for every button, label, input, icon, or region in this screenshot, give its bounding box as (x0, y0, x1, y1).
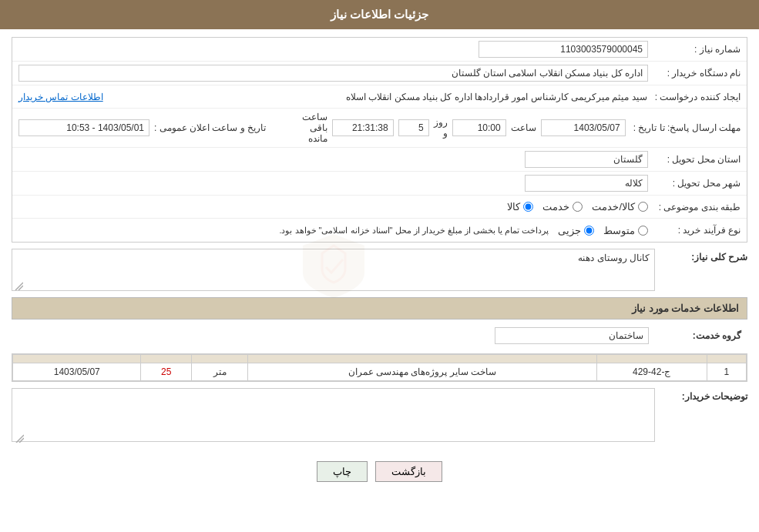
ostan-label: استان محل تحویل : (648, 154, 741, 165)
ijad-link[interactable]: اطلاعات تماس خریدار (18, 92, 103, 102)
tawsif-textarea[interactable] (12, 388, 655, 442)
ostan-value: گلستان (525, 151, 648, 168)
tabaqe-radio-group: کالا/خدمت خدمت کالا (507, 201, 648, 212)
col-code (596, 355, 707, 363)
rooz-label: روز و (434, 117, 448, 139)
nooe-radio-jozi[interactable] (584, 226, 594, 236)
sharh-label: شرح کلی نیاز: (655, 249, 747, 263)
table-cell: ج-42-429 (596, 363, 707, 381)
mohlat-row: مهلت ارسال پاسخ: تا تاریخ : 1403/05/07 س… (12, 109, 747, 148)
page-wrapper: جزئیات اطلاعات نیاز شماره نیاز : 1103003… (0, 0, 759, 532)
nooe-option-jozi[interactable]: جزیی (558, 225, 594, 236)
col-radif (707, 355, 746, 363)
tabaqe-row: طبقه بندی موضوعی : کالا/خدمت خدمت کالا (12, 196, 747, 219)
table-cell: 1403/05/07 (13, 363, 141, 381)
nooe-label: نوع فرآیند خرید : (648, 225, 741, 236)
tawsif-resize-handle[interactable] (13, 432, 24, 443)
ijad-row: ایجاد کننده درخواست : سید میثم میرکریمی … (12, 85, 747, 109)
nooe-radio-motawaset[interactable] (638, 226, 648, 236)
page-header: جزئیات اطلاعات نیاز (0, 0, 759, 29)
main-content: شماره نیاز : 1103003579000045 نام دستگاه… (0, 29, 759, 499)
nooe-radio-group: متوسط جزیی (558, 225, 648, 236)
main-form-section: شماره نیاز : 1103003579000045 نام دستگاه… (12, 37, 747, 243)
tabaqe-radio-kala[interactable] (523, 202, 533, 212)
tabaqe-radio-kala-khedmat[interactable] (638, 202, 648, 212)
saaat-label: ساعت (511, 122, 536, 133)
tawsif-label: توضیحات خریدار: (655, 388, 747, 402)
tarikh-value: 1403/05/07 (541, 119, 626, 136)
col-date (13, 355, 141, 363)
baqi-label: ساعت باقی مانده (302, 112, 327, 144)
tabaqe-option-kala-khedmat[interactable]: کالا/خدمت (592, 201, 648, 212)
services-table: 1ج-42-429ساخت سایر پروژه‌های مهندسی عمرا… (12, 354, 747, 381)
table-cell: متر (192, 363, 248, 381)
col-unit (192, 355, 248, 363)
shomara-niaz-value: 1103003579000045 (479, 41, 648, 58)
mohlat-inline: 1403/05/07 ساعت 10:00 روز و 5 21:31:38 س… (302, 112, 626, 144)
grohe-value: ساختمان (495, 327, 649, 344)
tabaqe-label: طبقه بندی موضوعی : (648, 202, 741, 212)
shahr-label: شهر محل تحویل : (648, 178, 741, 189)
col-count (141, 355, 192, 363)
tabaqe-radio-khedmat[interactable] (573, 202, 583, 212)
ijad-label: ایجاد کننده درخواست : (647, 92, 741, 102)
tabaqe-option-khedmat[interactable]: خدمت (542, 201, 583, 212)
grohe-row: گروه خدمت: ساختمان (12, 324, 747, 347)
table-cell: 1 (707, 363, 746, 381)
ijad-name: سید میثم میرکریمی کارشناس امور قراردادها… (109, 92, 647, 102)
table-cell: ساخت سایر پروژه‌های مهندسی عمران (248, 363, 596, 381)
saaat-value: 10:00 (452, 119, 506, 136)
table-cell: 25 (141, 363, 192, 381)
shahr-value: کلاله (525, 175, 648, 192)
shomara-niaz-label: شماره نیاز : (648, 44, 741, 55)
button-group: بازگشت چاپ (12, 452, 747, 491)
resize-icon (12, 279, 23, 290)
sharh-container: کانال روستای دهنه (12, 249, 655, 291)
tawsif-container (12, 388, 655, 444)
nooe-note: پرداخت تمام یا بخشی از مبلغ خریدار از مح… (279, 226, 549, 236)
tabaqe-option-kala[interactable]: کالا (507, 201, 533, 212)
resize-handle[interactable] (12, 279, 23, 290)
print-button[interactable]: چاپ (317, 461, 368, 482)
table-row: 1ج-42-429ساخت سایر پروژه‌های مهندسی عمرا… (13, 363, 747, 381)
mohlat-label: مهلت ارسال پاسخ: تا تاریخ : (626, 122, 741, 133)
sharh-section: شرح کلی نیاز: کانال روستای دهنه (12, 249, 747, 291)
back-button[interactable]: بازگشت (375, 461, 442, 482)
tawsif-resize-icon (13, 432, 24, 443)
col-name (248, 355, 596, 363)
tawsif-section: توضیحات خریدار: (12, 388, 747, 444)
sharh-textarea[interactable]: کانال روستای دهنه (12, 249, 655, 291)
tarikh-aalan-value: 1403/05/01 - 10:53 (18, 119, 149, 136)
nooe-row: نوع فرآیند خرید : متوسط جزیی پرداخت تمام… (12, 219, 747, 242)
shomara-niaz-row: شماره نیاز : 1103003579000045 (12, 38, 747, 62)
sharh-value: کانال روستای دهنه (578, 253, 650, 263)
ostan-row: استان محل تحویل : گلستان (12, 148, 747, 172)
nooe-option-motawaset[interactable]: متوسط (603, 225, 648, 236)
nam-dastgah-value: اداره کل بنیاد مسکن انقلاب اسلامی استان … (18, 65, 648, 82)
page-title: جزئیات اطلاعات نیاز (331, 8, 428, 21)
shahr-row: شهر محل تحویل : کلاله (12, 172, 747, 196)
rooz-value: 5 (398, 119, 429, 136)
grohe-label: گروه خدمت: (649, 330, 741, 341)
baqi-value: 21:31:38 (332, 119, 394, 136)
services-table-wrapper: 1ج-42-429ساخت سایر پروژه‌های مهندسی عمرا… (12, 353, 747, 382)
nam-dastgah-label: نام دستگاه خریدار : (648, 68, 741, 79)
tarikh-aalan-label: تاریخ و ساعت اعلان عمومی : (149, 122, 266, 133)
nam-dastgah-row: نام دستگاه خریدار : اداره کل بنیاد مسکن … (12, 62, 747, 85)
service-section-title: اطلاعات خدمات مورد نیاز (12, 297, 747, 320)
